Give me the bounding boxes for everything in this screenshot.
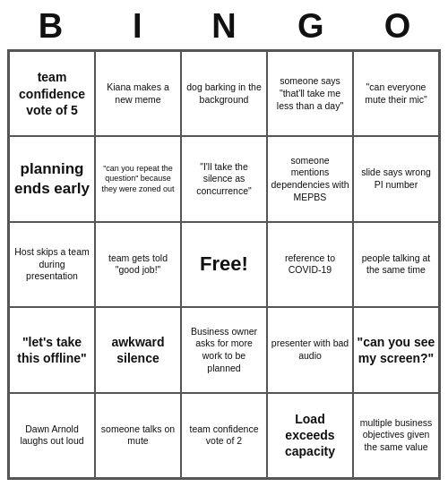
bingo-cell-5[interactable]: planning ends early — [9, 136, 95, 221]
bingo-cell-0[interactable]: team confidence vote of 5 — [9, 51, 95, 136]
bingo-cell-15[interactable]: "let's take this offline" — [9, 307, 95, 392]
bingo-grid: team confidence vote of 5Kiana makes a n… — [7, 49, 441, 480]
bingo-cell-3[interactable]: someone says "that'll take me less than … — [267, 51, 353, 136]
bingo-cell-22[interactable]: team confidence vote of 2 — [181, 393, 267, 478]
bingo-letter-n: N — [185, 7, 263, 46]
bingo-cell-17[interactable]: Business owner asks for more work to be … — [181, 307, 267, 392]
bingo-cell-12[interactable]: Free! — [181, 222, 267, 307]
bingo-cell-6[interactable]: "can you repeat the question" because th… — [95, 136, 181, 221]
bingo-cell-14[interactable]: people talking at the same time — [353, 222, 439, 307]
bingo-cell-13[interactable]: reference to COVID-19 — [267, 222, 353, 307]
bingo-cell-1[interactable]: Kiana makes a new meme — [95, 51, 181, 136]
bingo-letter-g: G — [271, 7, 350, 46]
bingo-cell-21[interactable]: someone talks on mute — [95, 393, 181, 478]
bingo-cell-16[interactable]: awkward silence — [95, 307, 181, 392]
bingo-cell-24[interactable]: multiple business objectives given the s… — [353, 393, 439, 478]
bingo-cell-9[interactable]: slide says wrong PI number — [353, 136, 439, 221]
bingo-title: BINGO — [7, 7, 441, 46]
bingo-letter-o: O — [358, 7, 437, 46]
bingo-cell-2[interactable]: dog barking in the background — [181, 51, 267, 136]
bingo-cell-8[interactable]: someone mentions dependencies with MEPBS — [267, 136, 353, 221]
bingo-cell-4[interactable]: "can everyone mute their mic" — [353, 51, 439, 136]
bingo-cell-10[interactable]: Host skips a team during presentation — [9, 222, 95, 307]
bingo-cell-18[interactable]: presenter with bad audio — [267, 307, 353, 392]
bingo-cell-23[interactable]: Load exceeds capacity — [267, 393, 353, 478]
bingo-letter-i: I — [98, 7, 177, 46]
bingo-cell-7[interactable]: "I'll take the silence as concurrence" — [181, 136, 267, 221]
bingo-letter-b: B — [11, 7, 90, 46]
bingo-cell-20[interactable]: Dawn Arnold laughs out loud — [9, 393, 95, 478]
bingo-cell-19[interactable]: "can you see my screen?" — [353, 307, 439, 392]
bingo-cell-11[interactable]: team gets told "good job!" — [95, 222, 181, 307]
